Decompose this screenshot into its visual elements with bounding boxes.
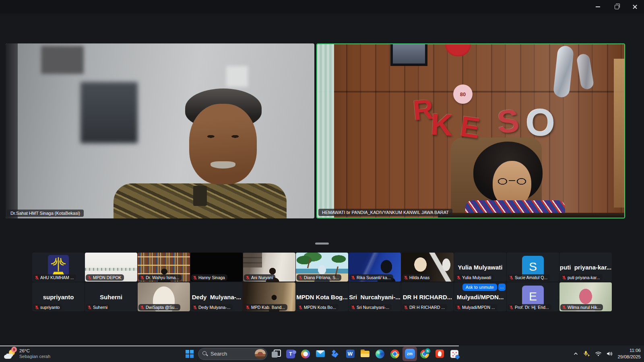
participant-label-text: Diana Fitriana, S... (304, 275, 339, 280)
balloon (576, 53, 594, 90)
more-options-button[interactable]: … (498, 284, 506, 291)
participant-tile[interactable]: S Sucie Amatul Q... (507, 253, 559, 282)
participant-label-text: Dedy Mulyana-... (198, 305, 230, 310)
participant-tile[interactable]: MPDN DEPOK (85, 253, 137, 282)
participant-name-label: Dr.Sahat HMT Sinaga (KotaBekasi) (7, 210, 84, 217)
weather-partly-cloudy-icon: 9 (4, 348, 16, 360)
participant-name-label: Dedy Mulyana-... (191, 304, 233, 311)
participant-tile[interactable]: Suherni Suherni (85, 282, 137, 311)
wall-frame (41, 46, 84, 74)
participant-tile[interactable]: Hanny Sinaga (190, 253, 243, 282)
participant-tile[interactable]: Rika Susanti/ ka... (349, 253, 401, 282)
participant-tile[interactable]: Ani Nuryani (243, 253, 295, 282)
participant-label-text: Hanny Sinaga (198, 275, 225, 280)
mic-off-icon (246, 305, 250, 310)
participant-label-text: Ani Nuryani (251, 275, 273, 280)
teams-icon (286, 350, 295, 358)
participant-tile[interactable]: DwiSapta @Su... (138, 282, 190, 311)
windows-logo-icon (186, 350, 194, 358)
zoom-button[interactable] (402, 347, 417, 361)
edge-button[interactable] (373, 347, 387, 361)
participant-name-label: HEMAWATI br PANDIA_KADIVYANKUM KANWIL JA… (318, 209, 452, 216)
system-tray: 11:06 29/08/2025 (573, 346, 641, 362)
snip-icon (450, 350, 458, 358)
start-button[interactable] (182, 347, 197, 361)
mic-off-icon (456, 305, 461, 310)
snip-button[interactable] (447, 347, 462, 361)
mic-off-icon (87, 305, 92, 310)
word-button[interactable] (343, 347, 357, 361)
cloud-icon (4, 355, 12, 359)
participant-tile[interactable]: puti priyana-kar... puti priyana-kar... (559, 253, 612, 282)
person-silhouette (495, 176, 529, 187)
balloon-badge: 80 (453, 84, 473, 104)
ask-to-unmute-button[interactable]: Ask to unmute (462, 284, 497, 291)
video-tile-dr-sahat[interactable]: Dr.Sahat HMT Sinaga (KotaBekasi) (6, 43, 314, 218)
chrome-button[interactable] (388, 347, 402, 361)
participant-tile[interactable]: Dr. Wahyu Isma... (138, 253, 190, 282)
video-tile-hemawati-active-speaker[interactable]: 80 R K E S O HEMAWATI br PANDIA_KADIVYAN… (316, 43, 625, 218)
copilot-button[interactable] (298, 347, 313, 361)
mail-button[interactable] (313, 347, 328, 361)
chrome-s-button[interactable] (417, 347, 432, 361)
search-highlight-image (255, 349, 266, 359)
participant-label-text: supriyanto (40, 305, 60, 310)
participant-tile[interactable]: AHU KUMHAM ... (32, 253, 85, 282)
task-view-icon (272, 350, 280, 358)
participant-label-text: DwiSapta @Su... (146, 305, 178, 310)
participant-tile[interactable]: Yulia Mulyawati Yulia Mulyawati (454, 253, 506, 282)
participant-name-label: Dr. Wahyu Isma... (138, 274, 182, 281)
taskbar-clock[interactable]: 11:06 29/08/2025 (617, 348, 641, 360)
taskbar-center: Search (182, 346, 462, 362)
balloon (553, 45, 574, 98)
person-silhouette (114, 183, 287, 218)
participant-tile[interactable]: supriyanto supriyanto (32, 282, 85, 311)
mic-in-use-icon[interactable] (583, 351, 590, 357)
participant-tile[interactable]: Sri Nurcahyani-... Sri Nurcahyani-... (349, 282, 401, 311)
participant-tile[interactable]: MPD Kab. Band... (243, 282, 295, 311)
participant-tile[interactable]: MPDN Kota Bog... MPDN Kota Bo... (296, 282, 348, 311)
taskbar-search[interactable]: Search (198, 348, 267, 360)
participant-tile[interactable]: Wilma nurul Hik... (559, 282, 612, 311)
task-view-button[interactable] (268, 347, 283, 361)
participant-label-text: Yulia Mulyawati (462, 275, 491, 280)
dropbox-button[interactable] (328, 347, 343, 361)
minimize-button[interactable] (588, 0, 607, 14)
participant-label-text: Sucie Amatul Q... (515, 275, 547, 280)
weather-widget[interactable]: 9 26°C Sebagian cerah (4, 346, 50, 362)
weather-text: 26°C Sebagian cerah (19, 348, 50, 359)
participant-label-text: Dr. Wahyu Isma... (146, 275, 179, 280)
teams-button[interactable] (283, 347, 298, 361)
restore-button[interactable] (607, 0, 625, 14)
participant-tile[interactable]: E Prof. Dr. Hj. End... (507, 282, 559, 311)
mic-off-icon (140, 305, 144, 310)
participant-name-label: puti priyana-kar... (560, 274, 603, 281)
zoom-icon (405, 349, 415, 359)
explorer-button[interactable] (358, 347, 372, 361)
participant-tile[interactable]: Dedy Mulyana-... Dedy Mulyana-... (190, 282, 243, 311)
participant-tile[interactable]: Mulyadi/MPDN... Ask to unmute … Mulyadi/… (454, 282, 506, 311)
participant-label-text: Suherni (93, 305, 107, 310)
volume-icon[interactable] (606, 351, 613, 356)
red-media-icon (436, 350, 444, 358)
mic-off-icon (298, 305, 303, 310)
participant-gallery: AHU KUMHAM ... MPDN DEPOK (32, 253, 612, 311)
balloon-letter: S (496, 104, 520, 138)
zoom-meeting-window: Dr.Sahat HMT Sinaga (KotaBekasi) 80 R K … (0, 0, 644, 362)
close-button[interactable] (625, 0, 644, 14)
participant-tile[interactable]: Hilda Anas (401, 253, 454, 282)
scene-shape (317, 44, 334, 218)
tray-chevron-icon[interactable] (573, 352, 578, 356)
word-icon (346, 350, 355, 358)
red-media-button[interactable] (432, 347, 447, 361)
participant-tile[interactable]: DR H RICHARD... DR H RICHARD ... (401, 282, 454, 311)
wifi-icon[interactable] (595, 351, 602, 356)
participant-label-text: Wilma nurul Hik... (568, 305, 601, 310)
participant-row-1: AHU KUMHAM ... MPDN DEPOK (32, 253, 612, 282)
participant-label-text: Hilda Anas (409, 275, 429, 280)
participant-tile[interactable]: Diana Fitriana, S... (296, 253, 348, 282)
gallery-drag-handle[interactable] (315, 243, 329, 245)
mic-off-icon (193, 305, 197, 310)
participant-name-label: AHU KUMHAM ... (33, 274, 76, 281)
mic-off-icon (35, 276, 39, 280)
